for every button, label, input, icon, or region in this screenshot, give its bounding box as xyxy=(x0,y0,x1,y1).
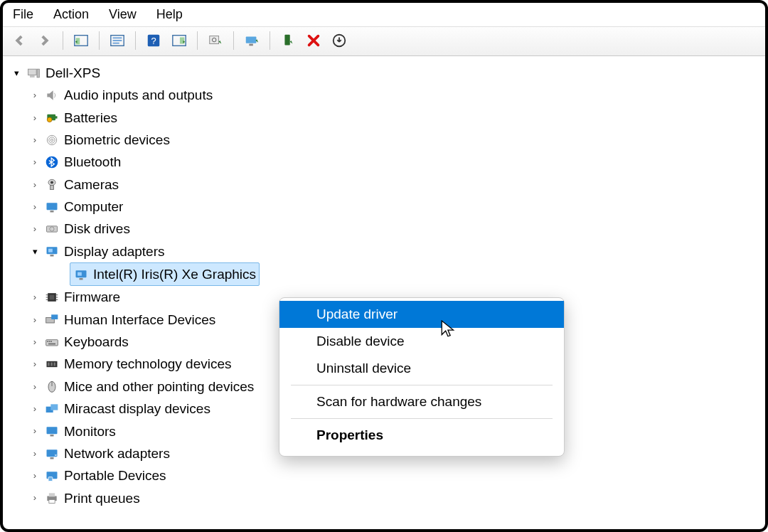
svg-rect-20 xyxy=(55,117,58,119)
fingerprint-icon xyxy=(44,132,60,148)
tree-node-disk-drives[interactable]: › Disk drives xyxy=(30,218,765,240)
chevron-right-icon[interactable]: › xyxy=(30,312,40,327)
chevron-right-icon[interactable]: › xyxy=(30,468,40,483)
tree-root[interactable]: ▾ Dell-XPS xyxy=(11,62,765,84)
tree-node-label: Keyboards xyxy=(64,331,129,353)
svg-rect-65 xyxy=(49,500,55,504)
toolbar-separator xyxy=(63,31,63,50)
toolbar-separator xyxy=(135,31,136,50)
chevron-right-icon[interactable]: › xyxy=(30,132,40,147)
chevron-down-icon[interactable]: ▾ xyxy=(11,65,21,80)
tree-node-label: Display adapters xyxy=(64,240,165,262)
uninstall-device-button[interactable] xyxy=(303,30,324,51)
display-adapter-icon xyxy=(44,243,60,259)
ctx-scan-hardware[interactable]: Scan for hardware changes xyxy=(279,388,564,415)
chevron-right-icon[interactable]: › xyxy=(30,356,40,371)
svg-rect-14 xyxy=(284,35,289,46)
chevron-right-icon[interactable]: › xyxy=(30,490,40,505)
svg-rect-10 xyxy=(210,36,219,44)
ctx-properties[interactable]: Properties xyxy=(279,422,564,449)
menu-file[interactable]: File xyxy=(13,7,33,22)
tree-node-label: Human Interface Devices xyxy=(64,309,215,331)
show-hide-tree-button[interactable] xyxy=(70,30,92,51)
chevron-right-icon[interactable]: › xyxy=(30,446,40,461)
hid-icon xyxy=(44,312,60,327)
battery-icon xyxy=(44,110,60,125)
chevron-right-icon[interactable]: › xyxy=(30,110,40,125)
chevron-right-icon[interactable]: › xyxy=(30,221,40,236)
svg-point-22 xyxy=(47,135,56,144)
menu-view[interactable]: View xyxy=(109,7,137,22)
ctx-uninstall-device[interactable]: Uninstall device xyxy=(279,355,564,382)
chevron-right-icon[interactable]: › xyxy=(30,401,40,416)
tree-root-label: Dell-XPS xyxy=(46,62,100,84)
svg-rect-56 xyxy=(50,404,58,410)
ctx-update-driver[interactable]: Update driver xyxy=(279,301,564,328)
tree-node-label: Miracast display devices xyxy=(64,398,210,420)
ctx-separator xyxy=(291,418,553,419)
mouse-icon xyxy=(44,378,60,394)
back-button[interactable] xyxy=(9,30,30,51)
svg-rect-38 xyxy=(78,272,82,275)
display-adapter-icon xyxy=(73,267,89,282)
svg-rect-41 xyxy=(50,295,55,300)
chevron-right-icon[interactable]: › xyxy=(30,423,40,438)
add-legacy-hardware-button[interactable] xyxy=(329,30,350,51)
menu-help[interactable]: Help xyxy=(156,7,183,22)
svg-point-24 xyxy=(50,139,53,141)
chevron-right-icon[interactable]: › xyxy=(30,154,40,169)
chevron-right-icon[interactable]: › xyxy=(30,199,40,214)
toolbar-separator xyxy=(99,31,100,50)
chevron-right-icon[interactable]: › xyxy=(30,289,40,304)
tree-node-portable[interactable]: › Portable Devices xyxy=(30,464,765,486)
tree-node-label: Network adapters xyxy=(64,442,170,464)
svg-point-33 xyxy=(51,228,53,230)
tree-node-print-queues[interactable]: › Print queues xyxy=(30,487,765,509)
chevron-right-icon[interactable]: › xyxy=(30,177,40,192)
menu-action[interactable]: Action xyxy=(53,7,89,22)
tree-node-label: Audio inputs and outputs xyxy=(64,84,213,106)
help-button[interactable]: ? xyxy=(143,30,164,51)
svg-point-21 xyxy=(47,117,52,122)
tree-leaf-label: Intel(R) Iris(R) Xe Graphics xyxy=(93,263,256,285)
enable-device-button[interactable] xyxy=(277,30,299,51)
monitor-icon xyxy=(44,423,60,439)
tree-node-label: Mice and other pointing devices xyxy=(64,376,254,398)
tree-node-audio[interactable]: › Audio inputs and outputs xyxy=(30,84,765,106)
svg-rect-52 xyxy=(54,363,56,366)
tree-node-label: Biometric devices xyxy=(64,129,170,151)
bluetooth-icon xyxy=(44,154,60,170)
svg-rect-3 xyxy=(113,37,122,38)
action-pane-button[interactable] xyxy=(169,30,190,51)
ctx-disable-device[interactable]: Disable device xyxy=(279,328,564,355)
svg-text:?: ? xyxy=(151,36,156,46)
tree-node-biometric[interactable]: › Biometric devices xyxy=(30,129,765,151)
forward-button[interactable] xyxy=(34,30,55,51)
properties-button[interactable] xyxy=(107,30,128,51)
chip-icon xyxy=(44,289,60,305)
toolbar-separator xyxy=(270,31,270,50)
scan-hardware-button[interactable] xyxy=(205,30,226,51)
svg-rect-58 xyxy=(50,435,54,437)
chevron-right-icon[interactable]: › xyxy=(30,334,40,349)
tree-node-label: Bluetooth xyxy=(64,151,121,173)
update-driver-button[interactable] xyxy=(241,30,262,51)
tree-node-bluetooth[interactable]: › Bluetooth xyxy=(30,151,765,173)
tree-node-batteries[interactable]: › Batteries xyxy=(30,107,765,129)
camera-icon xyxy=(44,176,60,192)
chevron-down-icon[interactable]: ▾ xyxy=(30,244,40,259)
tree-node-display-adapters[interactable]: ▾ Display adapters xyxy=(30,240,765,262)
tree-node-label: Batteries xyxy=(64,107,117,129)
tree-node-cameras[interactable]: › Cameras xyxy=(30,174,765,196)
tree-leaf-intel-iris[interactable]: Intel(R) Iris(R) Xe Graphics xyxy=(70,262,765,286)
chevron-right-icon[interactable]: › xyxy=(30,379,40,394)
memory-icon xyxy=(44,356,60,372)
svg-rect-5 xyxy=(113,43,119,44)
svg-rect-64 xyxy=(49,494,55,497)
chevron-right-icon[interactable]: › xyxy=(30,87,40,102)
tree-node-computer[interactable]: › Computer xyxy=(30,196,765,218)
keyboard-icon xyxy=(44,334,60,350)
svg-rect-16 xyxy=(28,69,37,75)
svg-rect-39 xyxy=(80,278,83,280)
svg-rect-29 xyxy=(47,203,58,210)
